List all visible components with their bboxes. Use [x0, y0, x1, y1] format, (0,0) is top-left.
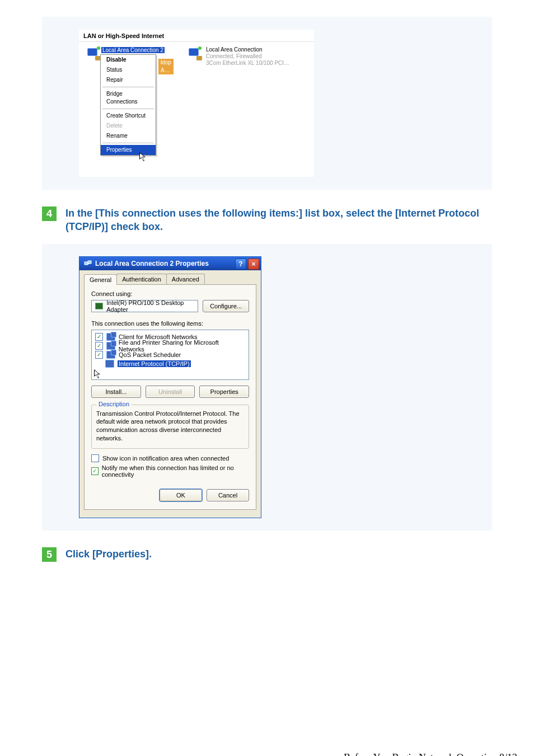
cancel-button[interactable]: Cancel — [207, 489, 249, 501]
checkbox-checked-icon[interactable]: ✓ — [95, 342, 103, 350]
checkbox-checked-icon[interactable]: ✓ — [95, 351, 103, 359]
service-icon — [106, 342, 115, 350]
dialog-icon — [84, 260, 92, 267]
ok-button[interactable]: OK — [160, 489, 202, 501]
lan-window: LAN or High-Speed Internet Local Area Co… — [78, 29, 315, 177]
adapter-field: Intel(R) PRO/100 S Desktop Adapter — [91, 300, 198, 312]
ctx-repair[interactable]: Repair — [101, 75, 156, 85]
properties-dialog: Local Area Connection 2 Properties ? × G… — [79, 256, 261, 518]
conn2-status: Connected, Firewalled — [206, 53, 289, 60]
item-fps[interactable]: ✓ File and Printer Sharing for Microsoft… — [95, 341, 245, 350]
svg-rect-3 — [88, 261, 91, 264]
connection-icon — [187, 46, 203, 61]
ctx-delete: Delete — [101, 121, 156, 131]
cursor-icon — [94, 369, 102, 379]
connection-selected-label[interactable]: Local Area Connection 2 — [101, 47, 165, 53]
notify-option[interactable]: ✓ Notify me when this connection has lim… — [91, 464, 249, 478]
adapter-name: Intel(R) PRO/100 S Desktop Adapter — [106, 299, 194, 313]
protocol-icon — [105, 360, 114, 368]
step-text: In the [This connection uses the followi… — [65, 206, 492, 234]
step-badge: 5 — [42, 547, 57, 562]
step-5: 5 Click [Properties]. — [42, 547, 492, 562]
uninstall-button: Uninstall — [146, 386, 195, 398]
description-heading: Description — [96, 401, 132, 407]
ctx-rename[interactable]: Rename — [101, 131, 156, 141]
connection-icon — [86, 46, 101, 61]
service-icon — [106, 351, 115, 359]
ctx-disable[interactable]: Disable — [101, 55, 156, 65]
context-menu: Disable Status Repair Bridge Connections… — [100, 54, 156, 156]
tab-authentication[interactable]: Authentication — [116, 274, 167, 284]
tab-advanced[interactable]: Advanced — [166, 274, 205, 284]
show-icon-option[interactable]: Show icon in notification area when conn… — [91, 454, 249, 462]
tab-general[interactable]: General — [84, 274, 117, 285]
dialog-titlebar[interactable]: Local Area Connection 2 Properties ? × — [79, 257, 261, 270]
connection-2[interactable]: Local Area Connection Connected, Firewal… — [187, 46, 289, 166]
checkbox-checked-icon[interactable]: ✓ — [91, 467, 99, 475]
step-badge: 4 — [42, 206, 57, 221]
install-button[interactable]: Install... — [91, 386, 141, 398]
description-group: Description Transmission Control Protoco… — [91, 405, 249, 449]
configure-button[interactable]: Configure... — [203, 300, 249, 312]
dialog-title: Local Area Connection 2 Properties — [95, 260, 209, 267]
service-icon — [106, 333, 115, 341]
ctx-status[interactable]: Status — [101, 65, 156, 75]
close-button[interactable]: × — [248, 259, 259, 270]
description-body: Transmission Control Protocol/Internet P… — [96, 410, 244, 443]
page-footer: Before You Begin Network Operation 8/13 — [0, 752, 517, 756]
tab-bar: General Authentication Advanced — [84, 274, 256, 285]
panel-properties-dialog: Local Area Connection 2 Properties ? × G… — [42, 244, 492, 530]
item-tcpip[interactable]: Internet Protocol (TCP/IP) — [95, 359, 245, 368]
panel-context-menu: LAN or High-Speed Internet Local Area Co… — [42, 17, 492, 190]
conn2-device: 3Com EtherLink XL 10/100 PCI… — [206, 60, 289, 67]
tab-panel-general: Connect using: Intel(R) PRO/100 S Deskto… — [84, 285, 256, 510]
items-label: This connection uses the following items… — [91, 320, 249, 327]
connect-using-label: Connect using: — [91, 290, 249, 297]
help-button[interactable]: ? — [235, 259, 246, 270]
step-4: 4 In the [This connection uses the follo… — [42, 206, 492, 234]
lan-heading: LAN or High-Speed Internet — [79, 30, 314, 42]
truncated-tag: ktop A… — [158, 59, 174, 74]
step-text: Click [Properties]. — [65, 547, 152, 561]
item-properties-button[interactable]: Properties — [199, 386, 249, 398]
checkbox-icon[interactable] — [95, 360, 102, 367]
ctx-shortcut[interactable]: Create Shortcut — [101, 111, 156, 121]
checkbox-checked-icon[interactable]: ✓ — [95, 333, 103, 341]
nic-icon — [95, 303, 103, 309]
conn2-name: Local Area Connection — [206, 46, 289, 53]
checkbox-unchecked-icon[interactable] — [91, 454, 99, 462]
items-listbox[interactable]: ✓ Client for Microsoft Networks ✓ File a… — [91, 330, 249, 380]
ctx-bridge[interactable]: Bridge Connections — [101, 89, 156, 107]
